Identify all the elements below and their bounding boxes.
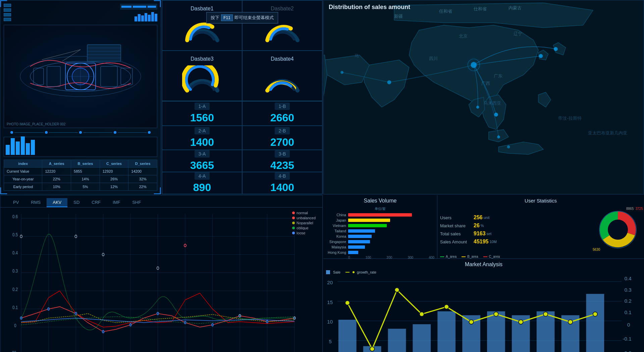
tooltip-suffix: 即可结束全螢幕模式 [234, 15, 274, 21]
svg-text:广西: 广西 [481, 81, 490, 86]
stat-row-market: Market share 26 % [440, 223, 594, 229]
col-d: D_series [128, 160, 157, 168]
gauge-title-3: Dasbate3 [191, 56, 214, 62]
svg-point-85 [157, 312, 159, 315]
bar-2010 [413, 324, 431, 352]
tech-panel: PHOTO IMAGE_PLACE_HOLDER 002 [0, 0, 161, 194]
svg-text:0.3: 0.3 [12, 268, 18, 274]
bar-fill-vietnam [348, 224, 387, 227]
stat-unit-totalsales: set [487, 232, 492, 236]
market-section: Market Analysis Sale growth_rate 20 15 1… [323, 259, 644, 352]
legend-label-oblique: oblique [297, 226, 308, 230]
svg-rect-6 [34, 68, 44, 85]
svg-text:20: 20 [327, 280, 333, 285]
legend-a-area: A_area [440, 255, 457, 258]
donut-legend: A_area B_area C_area [440, 255, 641, 258]
growth-dot [395, 288, 399, 292]
metric-value-3a: 3665 [190, 159, 214, 172]
bar-fill-singapore [348, 240, 370, 243]
col-index: index [4, 160, 42, 168]
col-a: A_series [42, 160, 71, 168]
tab-pv[interactable]: PV [7, 198, 25, 207]
gauge-title-1: Dasbate1 [191, 6, 214, 12]
donut-label-5630: 5630 [593, 248, 600, 251]
stat-unit-users: unit [484, 216, 490, 220]
bar-row-korea: Korea [326, 234, 434, 238]
legend-c-area: C_area [483, 255, 500, 258]
growth-dot [519, 320, 523, 324]
legend-a-label: A_area [446, 255, 457, 258]
stat-row-totalsales: Total sales 9163 set [440, 231, 594, 237]
svg-rect-13 [87, 45, 121, 61]
metric-2b: 2-B 2700 [242, 126, 322, 150]
gauges-panel: 按下 F11 即可结束全螢幕模式 Dasbate1 Dasbate2 [162, 0, 323, 194]
donut-chart: 3725 5630 8865 [594, 206, 641, 253]
svg-point-81 [48, 308, 50, 310]
legend-label-normal: normal [297, 211, 308, 215]
sales-volume-section: Sales Volume 单位/套 China Japan Vietnam Ta… [323, 195, 437, 258]
tab-akv[interactable]: AKV [47, 198, 67, 207]
wave-tabs[interactable]: PV RMS AKV SD CRF IMF SHF [0, 195, 322, 208]
legend-b-area: B_area [462, 255, 478, 258]
svg-text:0: 0 [14, 322, 16, 328]
svg-point-26 [507, 145, 510, 149]
bottom-right-panel: Sales Volume 单位/套 China Japan Vietnam Ta… [323, 195, 644, 352]
svg-rect-7 [47, 66, 60, 86]
market-legend: Sale growth_rate [326, 270, 641, 274]
bar-row-china: China [326, 213, 434, 217]
tab-sd[interactable]: SD [67, 198, 86, 207]
stat-value-users: 256 [474, 215, 483, 221]
sales-volume-title: Sales Volume [326, 198, 434, 204]
map-svg: 任和省 仕和省 内蒙古 新疆 北京 辽宁 四川 广西 广东 马来西亚 马 亚太巴… [324, 0, 644, 194]
stat-unit-market: % [481, 224, 484, 228]
bar-fill-hongkong [348, 251, 358, 254]
svg-text:北京: 北京 [459, 34, 468, 39]
svg-text:15: 15 [327, 299, 333, 305]
svg-point-82 [75, 312, 77, 315]
metric-value-4b: 1400 [270, 181, 294, 194]
metric-label-4b: 4-B [275, 172, 290, 180]
metric-value-2b: 2700 [270, 136, 294, 149]
stats-row: Sales Volume 单位/套 China Japan Vietnam Ta… [323, 195, 644, 259]
tech-image: PHOTO IMAGE_PLACE_HOLDER 002 [4, 25, 157, 128]
svg-text:0.2: 0.2 [12, 286, 18, 292]
svg-line-11 [42, 50, 80, 60]
control-btn-2[interactable] [4, 8, 11, 12]
tab-imf[interactable]: IMF [107, 198, 126, 207]
svg-text:-0.2: -0.2 [623, 350, 632, 352]
svg-text:马: 马 [355, 53, 359, 58]
table-row: Early period 10% 5% 12% 22% [4, 183, 157, 191]
control-btn-4[interactable] [4, 18, 11, 21]
tab-rms[interactable]: RMS [25, 198, 47, 207]
svg-text:0.4: 0.4 [12, 250, 18, 256]
wave-svg: 0.6 0.5 0.4 0.3 0.2 0.1 0 -20 [4, 209, 319, 352]
metric-label-2a: 2-A [195, 127, 210, 134]
stat-unit-salesamt: 10M [490, 240, 497, 244]
svg-text:帝汶-拉斯特: 帝汶-拉斯特 [558, 116, 581, 121]
metric-value-4a: 890 [193, 181, 211, 194]
stat-row-users: Users 256 unit [440, 215, 594, 221]
gauge-cell-4: Dasbate4 [242, 51, 322, 101]
bar-label-china: China [326, 213, 346, 217]
svg-text:广东: 广东 [494, 73, 502, 78]
svg-text:内蒙古: 内蒙古 [508, 5, 522, 10]
metric-label-1b: 1-B [275, 103, 290, 110]
mini-bar-chart [4, 137, 157, 157]
map-title: Distribution of sales amount [329, 4, 410, 11]
svg-line-12 [62, 50, 80, 61]
f11-key: F11 [221, 14, 233, 21]
tooltip-prefix: 按下 [211, 15, 219, 21]
stat-row-salesamt: Sales Amount 45195 10M [440, 239, 594, 245]
metric-3a: 3-A 3665 [162, 150, 242, 172]
svg-text:四川: 四川 [429, 56, 438, 61]
svg-text:仕和省: 仕和省 [473, 6, 487, 11]
metric-value-2a: 1400 [190, 136, 214, 149]
tab-shf[interactable]: SHF [126, 198, 147, 207]
legend-sale: Sale [326, 270, 340, 274]
market-title: Market Analysis [326, 261, 641, 268]
legend-label-unbalanced: unbalanced [297, 216, 316, 220]
control-btn-3[interactable] [4, 13, 11, 16]
metric-label-1a: 1-A [195, 103, 210, 110]
tab-crf[interactable]: CRF [86, 198, 107, 207]
svg-text:-20: -20 [11, 350, 16, 352]
